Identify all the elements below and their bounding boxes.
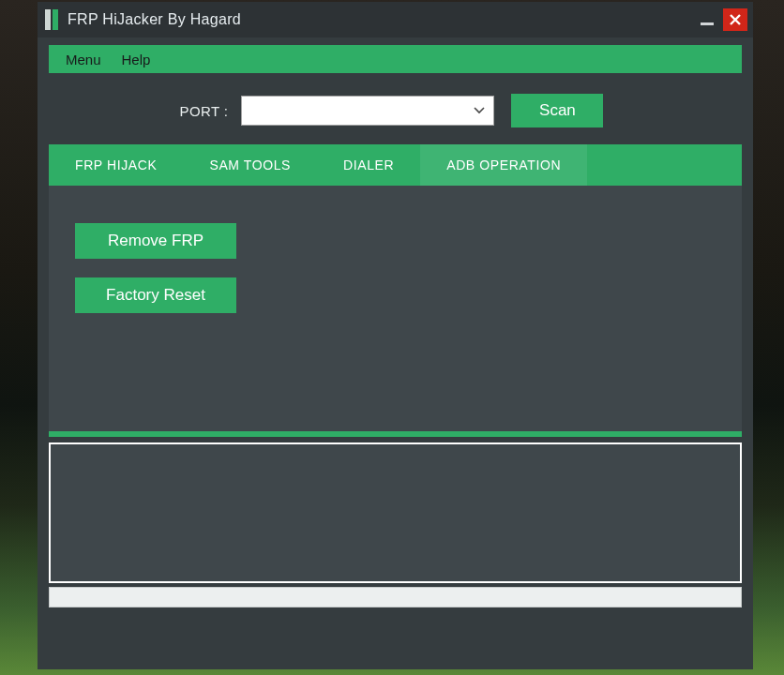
titlebar: FRP HiJacker By Hagard <box>38 2 753 38</box>
menubar: Menu Help <box>49 45 742 73</box>
window-controls <box>697 8 747 31</box>
menu-item-help[interactable]: Help <box>122 52 151 68</box>
port-label: PORT : <box>180 103 229 119</box>
tab-content: Remove FRP Factory Reset <box>49 186 742 431</box>
factory-reset-button[interactable]: Factory Reset <box>75 278 236 313</box>
minimize-button[interactable] <box>697 10 717 29</box>
minimize-icon <box>701 22 714 25</box>
progress-bar <box>49 587 742 608</box>
tabs: FRP HIJACK SAM TOOLS DIALER ADB OPERATIO… <box>49 144 742 186</box>
scan-button[interactable]: Scan <box>511 94 603 128</box>
close-button[interactable] <box>723 8 747 31</box>
app-title: FRP HiJacker By Hagard <box>68 11 697 28</box>
tab-dialer[interactable]: DIALER <box>317 144 420 186</box>
port-row: PORT : Scan <box>49 94 742 128</box>
tab-adb-operation[interactable]: ADB OPERATION <box>420 144 587 186</box>
port-select[interactable] <box>241 96 494 126</box>
tab-sam-tools[interactable]: SAM TOOLS <box>183 144 317 186</box>
main-panel: FRP HIJACK SAM TOOLS DIALER ADB OPERATIO… <box>49 144 742 437</box>
menu-item-menu[interactable]: Menu <box>66 52 101 68</box>
app-window: FRP HiJacker By Hagard Menu Help PORT : … <box>38 2 753 669</box>
chevron-down-icon <box>469 99 490 122</box>
close-icon <box>729 13 742 26</box>
tab-frp-hijack[interactable]: FRP HIJACK <box>49 144 183 186</box>
remove-frp-button[interactable]: Remove FRP <box>75 223 236 259</box>
log-output <box>49 442 742 583</box>
app-icon <box>45 9 58 30</box>
